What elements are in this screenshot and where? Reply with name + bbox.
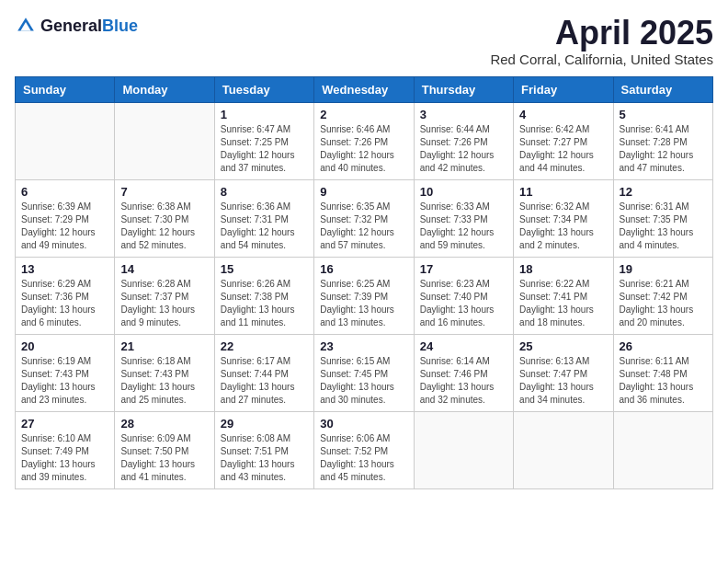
day-number: 22 (221, 339, 308, 353)
day-number: 14 (120, 262, 208, 276)
day-number: 21 (120, 339, 208, 353)
calendar-cell: 5Sunrise: 6:41 AMSunset: 7:28 PMDaylight… (613, 102, 712, 179)
day-number: 23 (320, 339, 407, 353)
calendar-cell (115, 102, 214, 179)
day-header-monday: Monday (115, 76, 214, 102)
calendar-cell: 7Sunrise: 6:38 AMSunset: 7:30 PMDaylight… (115, 179, 214, 257)
day-detail: Sunrise: 6:44 AMSunset: 7:26 PMDaylight:… (420, 123, 507, 175)
day-header-sunday: Sunday (16, 76, 115, 102)
day-number: 24 (420, 339, 507, 353)
day-detail: Sunrise: 6:46 AMSunset: 7:26 PMDaylight:… (320, 123, 407, 175)
calendar-cell: 17Sunrise: 6:23 AMSunset: 7:40 PMDayligh… (414, 257, 513, 334)
header-row: SundayMondayTuesdayWednesdayThursdayFrid… (16, 76, 713, 102)
day-detail: Sunrise: 6:26 AMSunset: 7:38 PMDaylight:… (221, 278, 308, 329)
calendar-cell: 1Sunrise: 6:47 AMSunset: 7:25 PMDaylight… (214, 102, 313, 179)
day-detail: Sunrise: 6:08 AMSunset: 7:51 PMDaylight:… (221, 432, 308, 484)
day-detail: Sunrise: 6:39 AMSunset: 7:29 PMDaylight:… (21, 201, 108, 252)
calendar-cell: 4Sunrise: 6:42 AMSunset: 7:27 PMDaylight… (514, 102, 613, 179)
calendar-body: 1Sunrise: 6:47 AMSunset: 7:25 PMDaylight… (16, 102, 713, 488)
day-number: 17 (420, 262, 507, 276)
day-number: 19 (620, 262, 707, 276)
calendar-cell: 20Sunrise: 6:19 AMSunset: 7:43 PMDayligh… (16, 334, 115, 411)
day-header-tuesday: Tuesday (214, 76, 313, 102)
day-detail: Sunrise: 6:42 AMSunset: 7:27 PMDaylight:… (519, 123, 607, 175)
day-number: 9 (320, 185, 407, 199)
day-detail: Sunrise: 6:14 AMSunset: 7:46 PMDaylight:… (420, 355, 507, 407)
day-number: 30 (320, 417, 407, 431)
day-detail: Sunrise: 6:29 AMSunset: 7:36 PMDaylight:… (21, 278, 108, 329)
day-detail: Sunrise: 6:09 AMSunset: 7:50 PMDaylight:… (120, 432, 208, 484)
calendar-cell: 11Sunrise: 6:32 AMSunset: 7:34 PMDayligh… (514, 179, 613, 257)
calendar-cell: 22Sunrise: 6:17 AMSunset: 7:44 PMDayligh… (214, 334, 313, 411)
calendar-cell: 18Sunrise: 6:22 AMSunset: 7:41 PMDayligh… (514, 257, 613, 334)
calendar-week-2: 6Sunrise: 6:39 AMSunset: 7:29 PMDaylight… (16, 179, 713, 257)
calendar: SundayMondayTuesdayWednesdayThursdayFrid… (15, 76, 713, 489)
calendar-cell: 10Sunrise: 6:33 AMSunset: 7:33 PMDayligh… (414, 179, 513, 257)
day-detail: Sunrise: 6:33 AMSunset: 7:33 PMDaylight:… (420, 201, 507, 252)
calendar-cell: 24Sunrise: 6:14 AMSunset: 7:46 PMDayligh… (414, 334, 513, 411)
calendar-cell (514, 411, 613, 488)
day-number: 5 (620, 108, 707, 121)
day-detail: Sunrise: 6:06 AMSunset: 7:52 PMDaylight:… (320, 432, 407, 484)
calendar-cell: 28Sunrise: 6:09 AMSunset: 7:50 PMDayligh… (115, 411, 214, 488)
day-number: 26 (620, 339, 707, 353)
day-detail: Sunrise: 6:18 AMSunset: 7:43 PMDaylight:… (120, 355, 208, 407)
calendar-cell (16, 102, 115, 179)
calendar-cell: 30Sunrise: 6:06 AMSunset: 7:52 PMDayligh… (314, 411, 414, 488)
day-header-friday: Friday (514, 76, 613, 102)
calendar-cell: 25Sunrise: 6:13 AMSunset: 7:47 PMDayligh… (514, 334, 613, 411)
calendar-cell: 13Sunrise: 6:29 AMSunset: 7:36 PMDayligh… (16, 257, 115, 334)
day-number: 27 (21, 417, 108, 431)
calendar-cell: 12Sunrise: 6:31 AMSunset: 7:35 PMDayligh… (613, 179, 712, 257)
day-number: 8 (221, 185, 308, 199)
day-number: 25 (519, 339, 607, 353)
day-detail: Sunrise: 6:19 AMSunset: 7:43 PMDaylight:… (21, 355, 108, 407)
calendar-cell: 16Sunrise: 6:25 AMSunset: 7:39 PMDayligh… (314, 257, 414, 334)
logo: GeneralBlue (15, 15, 138, 37)
day-detail: Sunrise: 6:21 AMSunset: 7:42 PMDaylight:… (620, 278, 707, 329)
calendar-week-5: 27Sunrise: 6:10 AMSunset: 7:49 PMDayligh… (16, 411, 713, 488)
title-area: April 2025 Red Corral, California, Unite… (490, 15, 713, 67)
logo-blue: Blue (102, 17, 138, 35)
calendar-cell: 23Sunrise: 6:15 AMSunset: 7:45 PMDayligh… (314, 334, 414, 411)
day-number: 1 (221, 108, 308, 121)
day-number: 16 (320, 262, 407, 276)
location-title: Red Corral, California, United States (490, 52, 713, 67)
day-number: 28 (120, 417, 208, 431)
calendar-cell (414, 411, 513, 488)
day-number: 13 (21, 262, 108, 276)
day-number: 18 (519, 262, 607, 276)
day-detail: Sunrise: 6:23 AMSunset: 7:40 PMDaylight:… (420, 278, 507, 329)
calendar-week-4: 20Sunrise: 6:19 AMSunset: 7:43 PMDayligh… (16, 334, 713, 411)
day-header-thursday: Thursday (414, 76, 513, 102)
calendar-cell: 14Sunrise: 6:28 AMSunset: 7:37 PMDayligh… (115, 257, 214, 334)
day-number: 3 (420, 108, 507, 121)
day-detail: Sunrise: 6:11 AMSunset: 7:48 PMDaylight:… (620, 355, 707, 407)
calendar-cell: 19Sunrise: 6:21 AMSunset: 7:42 PMDayligh… (613, 257, 712, 334)
calendar-cell: 9Sunrise: 6:35 AMSunset: 7:32 PMDaylight… (314, 179, 414, 257)
day-detail: Sunrise: 6:31 AMSunset: 7:35 PMDaylight:… (620, 201, 707, 252)
calendar-cell (613, 411, 712, 488)
calendar-cell: 26Sunrise: 6:11 AMSunset: 7:48 PMDayligh… (613, 334, 712, 411)
day-detail: Sunrise: 6:25 AMSunset: 7:39 PMDaylight:… (320, 278, 407, 329)
calendar-cell: 3Sunrise: 6:44 AMSunset: 7:26 PMDaylight… (414, 102, 513, 179)
day-detail: Sunrise: 6:28 AMSunset: 7:37 PMDaylight:… (120, 278, 208, 329)
day-detail: Sunrise: 6:47 AMSunset: 7:25 PMDaylight:… (221, 123, 308, 175)
day-number: 11 (519, 185, 607, 199)
day-number: 20 (21, 339, 108, 353)
month-title: April 2025 (490, 15, 713, 52)
day-detail: Sunrise: 6:36 AMSunset: 7:31 PMDaylight:… (221, 201, 308, 252)
calendar-cell: 15Sunrise: 6:26 AMSunset: 7:38 PMDayligh… (214, 257, 313, 334)
day-detail: Sunrise: 6:10 AMSunset: 7:49 PMDaylight:… (21, 432, 108, 484)
calendar-cell: 29Sunrise: 6:08 AMSunset: 7:51 PMDayligh… (214, 411, 313, 488)
calendar-cell: 21Sunrise: 6:18 AMSunset: 7:43 PMDayligh… (115, 334, 214, 411)
day-number: 2 (320, 108, 407, 121)
day-detail: Sunrise: 6:32 AMSunset: 7:34 PMDaylight:… (519, 201, 607, 252)
day-detail: Sunrise: 6:35 AMSunset: 7:32 PMDaylight:… (320, 201, 407, 252)
calendar-week-3: 13Sunrise: 6:29 AMSunset: 7:36 PMDayligh… (16, 257, 713, 334)
day-detail: Sunrise: 6:41 AMSunset: 7:28 PMDaylight:… (620, 123, 707, 175)
day-header-wednesday: Wednesday (314, 76, 414, 102)
day-detail: Sunrise: 6:13 AMSunset: 7:47 PMDaylight:… (519, 355, 607, 407)
calendar-header: SundayMondayTuesdayWednesdayThursdayFrid… (16, 76, 713, 102)
day-number: 12 (620, 185, 707, 199)
